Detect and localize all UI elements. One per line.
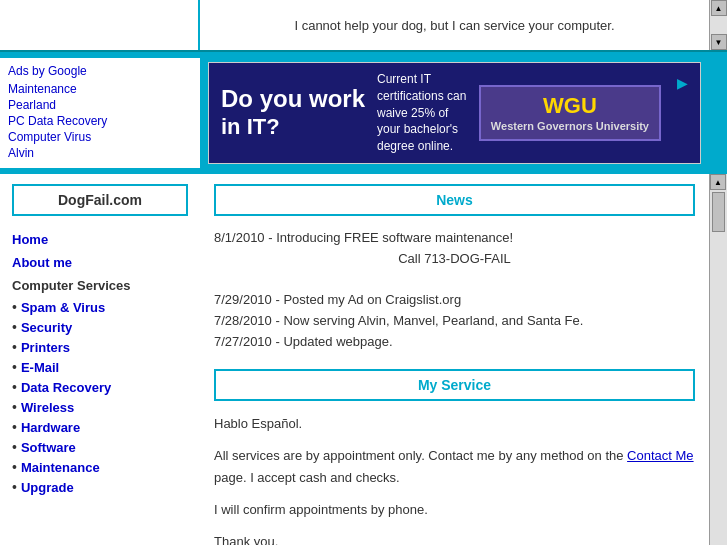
news-text: 8/1/2010 - Introducing FREE software mai… xyxy=(214,228,695,353)
scroll-thumb[interactable] xyxy=(712,192,725,232)
service-item-maintenance: Maintenance xyxy=(12,459,188,475)
service-item-data-recovery: Data Recovery xyxy=(12,379,188,395)
news-item-3: 7/28/2010 - Now serving Alvin, Manvel, P… xyxy=(214,313,583,328)
service-para3: I will confirm appointments by phone. xyxy=(214,499,695,521)
ad-link-alvin[interactable]: Alvin xyxy=(8,146,192,160)
service-link-wireless[interactable]: Wireless xyxy=(21,400,74,415)
left-sidebar: DogFail.com Home About me Computer Servi… xyxy=(0,174,200,545)
top-bar: I cannot help your dog, but I can servic… xyxy=(0,0,727,52)
service-title: My Service xyxy=(418,377,491,393)
ad-line1: Do you work xyxy=(221,85,365,112)
news-item-2: 7/29/2010 - Posted my Ad on Craigslist.o… xyxy=(214,292,461,307)
ads-left-panel: Ads by Google Maintenance Pearland PC Da… xyxy=(0,58,200,168)
service-link-maintenance[interactable]: Maintenance xyxy=(21,460,100,475)
ads-right-panel: Do you work in IT? Current IT certificat… xyxy=(200,58,709,168)
services-list: Spam & Virus Security Printers E-Mail Da… xyxy=(12,299,188,495)
scroll-up-btn[interactable]: ▲ xyxy=(711,0,727,16)
service-item-spam-virus: Spam & Virus xyxy=(12,299,188,315)
service-thanks: Thank you, xyxy=(214,534,278,545)
service-item-upgrade: Upgrade xyxy=(12,479,188,495)
wgu-logo-abbr: WGU xyxy=(491,93,649,119)
service-link-software[interactable]: Software xyxy=(21,440,76,455)
service-item-software: Software xyxy=(12,439,188,455)
ads-title: Ads by Google xyxy=(8,64,192,78)
ad-line2: in IT? xyxy=(221,114,280,139)
service-item-printers: Printers xyxy=(12,339,188,355)
service-para4: Thank you, Enrique Ramon xyxy=(214,531,695,545)
ad-banner[interactable]: Do you work in IT? Current IT certificat… xyxy=(208,62,701,164)
news-item-4: 7/27/2010 - Updated webpage. xyxy=(214,334,393,349)
ad-middle-text: Current IT certifications can waive 25% … xyxy=(377,71,467,155)
outer-wrapper: I cannot help your dog, but I can servic… xyxy=(0,0,727,545)
scroll-down-btn[interactable]: ▼ xyxy=(711,34,727,50)
ad-link-pearland[interactable]: Pearland xyxy=(8,98,192,112)
service-para2-pre: All services are by appointment only. Co… xyxy=(214,448,627,463)
scroll-track xyxy=(710,190,727,545)
ad-link-pc-data-recovery[interactable]: PC Data Recovery xyxy=(8,114,192,128)
service-para2: All services are by appointment only. Co… xyxy=(214,445,695,489)
service-section-box: My Service xyxy=(214,369,695,401)
scrollbar-top-right: ▲ ▼ xyxy=(709,0,727,50)
service-item-email: E-Mail xyxy=(12,359,188,375)
service-link-printers[interactable]: Printers xyxy=(21,340,70,355)
service-para1: Hablo Español. xyxy=(214,413,695,435)
top-tagline: I cannot help your dog, but I can servic… xyxy=(200,0,709,50)
service-link-spam-virus[interactable]: Spam & Virus xyxy=(21,300,105,315)
scroll-right-up-btn[interactable]: ▲ xyxy=(710,174,726,190)
ad-link-computer-virus[interactable]: Computer Virus xyxy=(8,130,192,144)
nav-about[interactable]: About me xyxy=(12,255,188,270)
services-header: Computer Services xyxy=(12,278,188,293)
news-section-box: News xyxy=(214,184,695,216)
wgu-logo-name: Western Governors University xyxy=(491,120,649,133)
news-title: News xyxy=(436,192,473,208)
top-left-cell xyxy=(0,0,200,50)
right-scrollbar: ▲ ▼ xyxy=(709,174,727,545)
service-link-upgrade[interactable]: Upgrade xyxy=(21,480,74,495)
ads-by-google-link[interactable]: Ads by Google xyxy=(8,64,192,78)
news-item-0: 8/1/2010 - Introducing FREE software mai… xyxy=(214,230,513,245)
service-link-security[interactable]: Security xyxy=(21,320,72,335)
site-title-box: DogFail.com xyxy=(12,184,188,216)
service-item-hardware: Hardware xyxy=(12,419,188,435)
ad-arrow-icon: ▶ xyxy=(677,75,688,91)
tagline-text: I cannot help your dog, but I can servic… xyxy=(294,18,614,33)
site-title: DogFail.com xyxy=(58,192,142,208)
contact-me-link[interactable]: Contact Me xyxy=(627,448,693,463)
ad-link-maintenance[interactable]: Maintenance xyxy=(8,82,192,96)
service-link-email[interactable]: E-Mail xyxy=(21,360,59,375)
ad-logo: WGU Western Governors University xyxy=(479,85,661,141)
right-content: News 8/1/2010 - Introducing FREE softwar… xyxy=(200,174,709,545)
nav-home[interactable]: Home xyxy=(12,232,188,247)
service-link-hardware[interactable]: Hardware xyxy=(21,420,80,435)
service-text: Hablo Español. All services are by appoi… xyxy=(214,413,695,545)
news-item-1: Call 713-DOG-FAIL xyxy=(214,249,695,270)
ads-bar: Ads by Google Maintenance Pearland PC Da… xyxy=(0,52,727,174)
main-layout: DogFail.com Home About me Computer Servi… xyxy=(0,174,727,545)
service-item-wireless: Wireless xyxy=(12,399,188,415)
service-para2-post: page. I accept cash and checks. xyxy=(214,470,400,485)
service-link-data-recovery[interactable]: Data Recovery xyxy=(21,380,111,395)
ad-left-text: Do you work in IT? xyxy=(221,85,365,140)
service-item-security: Security xyxy=(12,319,188,335)
